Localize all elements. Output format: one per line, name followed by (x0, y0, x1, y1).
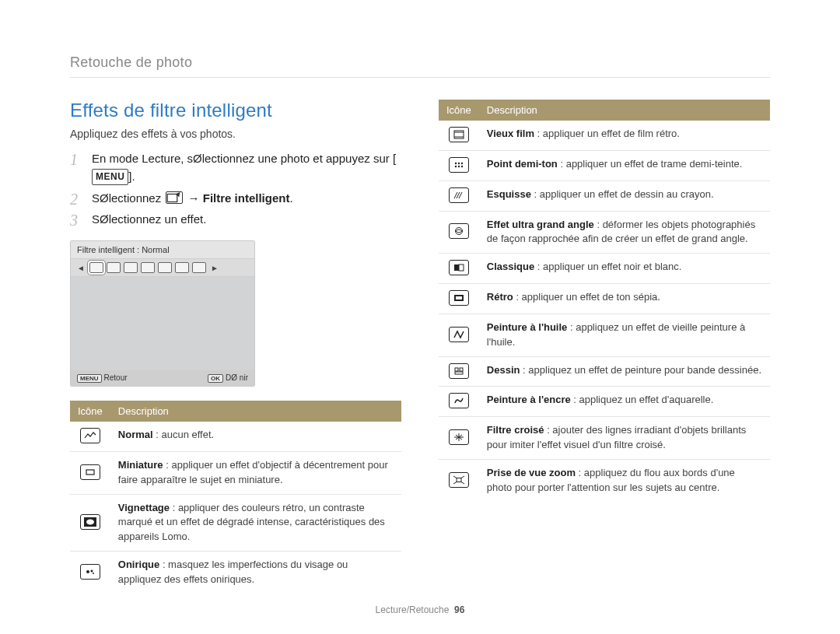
left-column: Effets de filtre intelligent Appliquez d… (70, 100, 401, 594)
miniature-icon (80, 464, 100, 480)
ink-paint-icon (449, 393, 469, 408)
svg-point-3 (86, 519, 94, 524)
table-row: Filtre croisé : ajouter des lignes irrad… (439, 417, 770, 460)
filter-thumb (141, 262, 155, 273)
old-film-icon (449, 127, 469, 142)
camera-back: MENURetour (77, 373, 128, 383)
row-term: Peinture à l'huile (487, 321, 568, 333)
svg-rect-1 (86, 470, 94, 475)
chevron-right-icon: ► (209, 264, 220, 272)
camera-ok-label: DØ nir (226, 373, 248, 382)
table-row: Peinture à l'encre : appliquez un effet … (439, 387, 770, 417)
svg-rect-23 (456, 296, 462, 299)
step-2: SØlectionnez → Filtre intelligent. (70, 189, 401, 207)
row-text: appliquez un effet d'aquarelle. (579, 394, 714, 405)
table-row: Miniature : appliquer un effet d'objecti… (70, 451, 401, 494)
svg-line-34 (453, 482, 457, 484)
table-row: Esquisse : appliquer un effet de dessin … (439, 180, 770, 211)
section-title: Effets de filtre intelligent (70, 100, 401, 121)
svg-point-11 (458, 163, 460, 164)
vignette-icon (80, 514, 100, 530)
svg-point-14 (458, 166, 460, 167)
filter-thumb (124, 262, 138, 273)
svg-point-15 (461, 166, 463, 167)
camera-preview (71, 277, 254, 370)
step-1-text-a: En mode Lecture, sØlectionnez une photo … (92, 152, 396, 165)
camera-ok: OKDØ nir (208, 373, 248, 383)
camera-top-label: Filtre intelligent : Normal (71, 241, 254, 259)
row-term: Point demi-ton (487, 158, 558, 170)
right-column: Icône Description Vieux film : appliquer… (439, 100, 770, 594)
camera-back-key: MENU (77, 374, 102, 383)
table-row: Dessin : appliquez un effet de peinture … (439, 356, 770, 387)
sketch-icon (449, 187, 469, 203)
footer-section: Lecture/Retouche (376, 604, 450, 615)
filter-thumb (158, 262, 172, 273)
svg-point-10 (455, 163, 457, 164)
row-text: appliquer un effet noir et blanc. (543, 261, 681, 272)
step-2-target: Filtre intelligent (203, 191, 290, 205)
table-row: Point demi-ton : appliquer un effet de t… (439, 150, 770, 180)
svg-point-5 (90, 569, 93, 572)
cartoon-icon (449, 363, 469, 379)
filter-thumb-selected (89, 262, 103, 273)
row-term: Vieux film (487, 128, 534, 139)
th-desc: Description (110, 401, 401, 422)
camera-screen: Filtre intelligent : Normal ◄ ► MENUReto… (70, 240, 255, 387)
effects-table-right: Icône Description Vieux film : appliquer… (439, 100, 770, 502)
svg-rect-0 (168, 194, 178, 201)
row-text: appliquer un effet de film rétro. (543, 128, 680, 139)
svg-rect-31 (457, 478, 461, 482)
oil-paint-icon (449, 327, 469, 342)
row-text: appliquer un effet de trame demi-teinte. (566, 158, 743, 170)
classic-icon (449, 260, 469, 275)
dreamy-icon (80, 564, 100, 580)
row-term: Onirique (118, 559, 159, 570)
fisheye-icon (449, 223, 469, 239)
chevron-left-icon: ◄ (75, 264, 86, 272)
cross-filter-icon (449, 429, 469, 445)
row-term: Effet ultra grand angle (487, 219, 594, 230)
steps-list: En mode Lecture, sØlectionnez une photo … (70, 149, 401, 228)
row-text: aucun effet. (161, 429, 214, 440)
svg-line-32 (453, 476, 457, 478)
row-term: Miniature (118, 459, 163, 471)
svg-line-35 (461, 482, 464, 484)
table-row: Peinture à l'huile : appliquez un effet … (439, 313, 770, 356)
svg-point-13 (455, 166, 457, 167)
zoom-shot-icon (449, 472, 469, 488)
svg-rect-24 (455, 368, 458, 371)
step-2-arrow: → (188, 191, 200, 205)
page-footer: Lecture/Retouche 96 (0, 604, 840, 615)
row-text: appliquer un effet de ton sépia. (522, 291, 660, 303)
th-desc: Description (479, 100, 770, 121)
row-term: Esquisse (487, 188, 531, 200)
row-term: Filtre croisé (487, 424, 544, 436)
svg-point-4 (86, 570, 89, 573)
table-row: Onirique : masquez les imperfections du … (70, 552, 401, 594)
retro-icon (449, 290, 469, 306)
step-1-text-b: ]. (128, 170, 135, 183)
th-icon: Icône (70, 401, 110, 422)
section-subtitle: Appliquez des effets à vos photos. (70, 128, 401, 140)
svg-point-6 (93, 573, 94, 574)
row-text: appliquer un effet de dessin au crayon. (540, 188, 714, 200)
table-row: Classique : appliquer un effet noir et b… (439, 254, 770, 284)
menu-key: MENU (92, 169, 128, 185)
step-2-dot: . (289, 191, 292, 205)
row-term: Vignettage (118, 502, 170, 513)
table-row: Prise de vue zoom : appliquez du flou au… (439, 459, 770, 501)
step-3: SØlectionnez un effet. (70, 210, 401, 228)
camera-icon-strip: ◄ ► (71, 259, 254, 277)
step-1: En mode Lecture, sØlectionnez une photo … (70, 149, 401, 186)
svg-point-12 (461, 163, 463, 164)
camera-bottom-bar: MENURetour OKDØ nir (71, 370, 254, 386)
row-term: Normal (118, 429, 153, 440)
camera-ok-key: OK (208, 374, 223, 383)
table-row: Rétro : appliquer un effet de ton sépia. (439, 284, 770, 314)
filter-thumb (107, 262, 121, 273)
svg-rect-20 (454, 264, 459, 271)
svg-rect-25 (460, 368, 463, 371)
camera-back-label: Retour (104, 373, 128, 382)
table-row: Effet ultra grand angle : déformer les o… (439, 211, 770, 254)
